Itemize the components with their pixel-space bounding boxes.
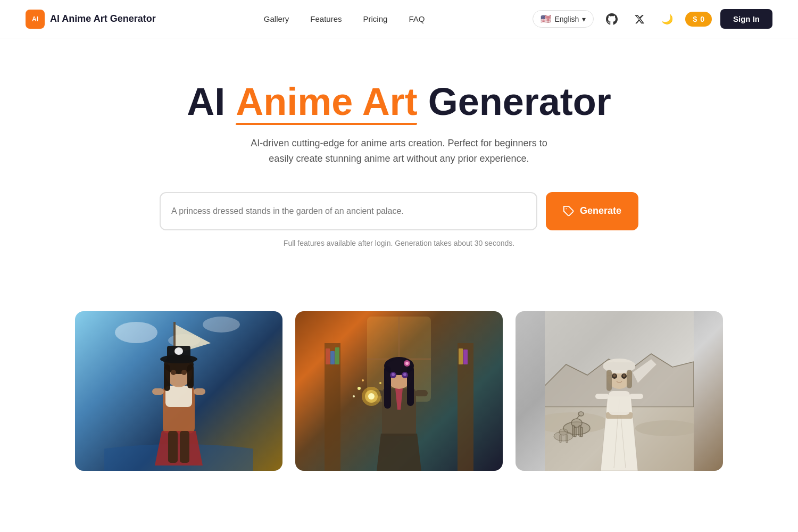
svg-rect-81 xyxy=(627,370,632,388)
credits-button[interactable]: $ 0 xyxy=(685,12,712,27)
github-icon xyxy=(606,13,618,25)
svg-point-3 xyxy=(203,317,240,332)
svg-point-54 xyxy=(403,373,406,376)
gallery-section xyxy=(0,311,798,471)
nav-gallery[interactable]: Gallery xyxy=(264,14,289,23)
hero-title-anime: Anime Art xyxy=(236,81,417,123)
svg-marker-55 xyxy=(377,434,421,471)
hero-title: AI Anime Art Generator xyxy=(21,81,777,123)
svg-point-23 xyxy=(181,370,187,375)
svg-rect-80 xyxy=(606,370,612,391)
github-button[interactable] xyxy=(602,10,621,29)
nav-pricing[interactable]: Pricing xyxy=(363,14,388,23)
gallery-card-2 xyxy=(295,311,503,471)
gallery-image-3 xyxy=(516,311,723,471)
nav-right: 🇺🇸 English ▾ 🌙 $ 0 Sign In xyxy=(533,9,772,29)
svg-point-50 xyxy=(379,382,381,384)
nav-faq[interactable]: FAQ xyxy=(409,14,425,23)
svg-rect-83 xyxy=(595,394,609,399)
dark-mode-toggle[interactable]: 🌙 xyxy=(658,10,677,29)
hero-subtitle: AI-driven cutting-edge for anime arts cr… xyxy=(250,136,548,167)
svg-rect-76 xyxy=(609,391,630,415)
x-icon xyxy=(634,14,645,24)
svg-rect-18 xyxy=(194,388,205,395)
svg-point-53 xyxy=(392,373,395,376)
svg-rect-38 xyxy=(384,366,391,409)
svg-rect-32 xyxy=(459,348,463,364)
twitter-x-button[interactable] xyxy=(630,10,649,29)
generate-button[interactable]: Generate xyxy=(546,192,638,230)
logo[interactable]: AI AI Anime Art Generator xyxy=(26,10,156,29)
chevron-down-icon: ▾ xyxy=(582,15,586,23)
svg-marker-19 xyxy=(155,431,203,466)
login-note: Full features available after login. Gen… xyxy=(21,239,777,247)
svg-point-46 xyxy=(368,393,375,400)
svg-point-41 xyxy=(405,362,409,365)
svg-rect-71 xyxy=(566,435,568,443)
generate-label: Generate xyxy=(580,205,621,217)
hero-title-ai: AI xyxy=(187,80,236,123)
gallery-card-3 xyxy=(516,311,723,471)
logo-icon: AI xyxy=(26,10,45,29)
svg-point-16 xyxy=(174,347,183,355)
svg-rect-39 xyxy=(407,366,414,406)
prompt-input[interactable] xyxy=(160,192,537,230)
svg-rect-30 xyxy=(330,351,335,364)
svg-point-2 xyxy=(115,322,157,343)
svg-rect-13 xyxy=(187,364,194,388)
svg-point-69 xyxy=(559,429,568,435)
svg-rect-21 xyxy=(180,431,189,463)
anime-figure-desert xyxy=(545,311,694,471)
svg-rect-33 xyxy=(463,350,468,364)
svg-point-22 xyxy=(171,370,176,375)
svg-rect-84 xyxy=(629,394,643,399)
generator-container: Generate xyxy=(160,192,638,230)
svg-point-47 xyxy=(358,387,361,390)
svg-rect-43 xyxy=(415,390,428,396)
hero-title-generator: Generator xyxy=(418,80,611,123)
navbar: AI AI Anime Art Generator Gallery Featur… xyxy=(0,0,798,38)
anime-figure-pirate xyxy=(104,311,253,471)
credits-count: 0 xyxy=(700,15,704,23)
svg-rect-20 xyxy=(168,431,178,463)
svg-rect-12 xyxy=(164,364,170,391)
language-label: English xyxy=(554,15,579,23)
svg-point-87 xyxy=(613,374,616,377)
moon-icon: 🌙 xyxy=(661,13,673,25)
anime-figure-magic xyxy=(325,311,473,471)
sign-in-button[interactable]: Sign In xyxy=(720,9,772,29)
nav-links: Gallery Features Pricing FAQ xyxy=(264,14,425,23)
svg-rect-65 xyxy=(580,427,583,437)
svg-rect-70 xyxy=(560,435,561,443)
gallery-image-1 xyxy=(75,311,282,471)
svg-point-67 xyxy=(578,412,584,416)
svg-point-49 xyxy=(353,395,355,397)
hero-section: AI Anime Art Generator AI-driven cutting… xyxy=(0,38,798,311)
logo-text: AI Anime Art Generator xyxy=(50,13,156,24)
svg-point-48 xyxy=(362,379,364,381)
generate-icon xyxy=(563,205,575,217)
nav-features[interactable]: Features xyxy=(310,14,342,23)
svg-rect-31 xyxy=(335,347,339,364)
credits-icon: $ xyxy=(693,15,697,23)
svg-rect-79 xyxy=(603,362,635,370)
svg-rect-17 xyxy=(152,388,164,395)
language-selector[interactable]: 🇺🇸 English ▾ xyxy=(533,10,594,28)
svg-rect-29 xyxy=(326,348,330,364)
flag-icon: 🇺🇸 xyxy=(541,14,551,24)
svg-point-88 xyxy=(623,374,626,377)
gallery-image-2 xyxy=(295,311,503,471)
gallery-card-1 xyxy=(75,311,282,471)
svg-rect-64 xyxy=(574,427,576,437)
